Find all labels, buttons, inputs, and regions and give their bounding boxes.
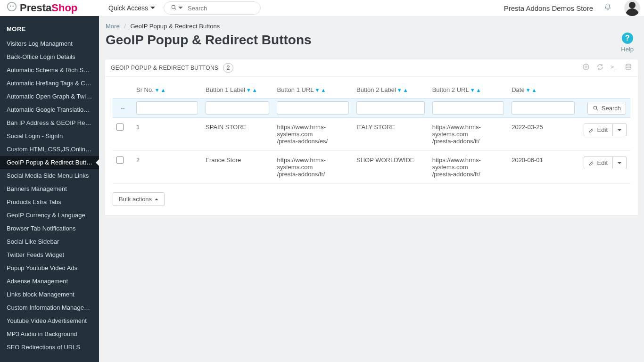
sidebar-item[interactable]: Banners Management bbox=[0, 182, 99, 196]
sidebar-item[interactable]: Social Like Sidebar bbox=[0, 235, 99, 248]
col-btn1-label[interactable]: Button 1 Label bbox=[206, 86, 245, 93]
logo[interactable]: PrestaShop bbox=[0, 0, 99, 16]
breadcrumb-current: GeoIP Popup & Redirect Buttons bbox=[131, 23, 220, 30]
sort-desc-icon[interactable]: ▼ bbox=[470, 87, 475, 93]
table-row[interactable]: 2France Storehttps://www.hrms-systems.co… bbox=[113, 151, 630, 184]
bulk-actions-label: Bulk actions bbox=[119, 196, 152, 203]
sidebar-item[interactable]: GeoIP Currency & Language bbox=[0, 209, 99, 222]
chevron-down-icon bbox=[178, 7, 183, 11]
cell-btn2-url: https://www.hrms-systems.com/presta-addo… bbox=[429, 118, 508, 151]
svg-point-0 bbox=[8, 2, 16, 11]
filter-btn1-label[interactable] bbox=[206, 101, 269, 115]
row-checkbox[interactable] bbox=[116, 156, 124, 164]
logo-icon bbox=[7, 1, 17, 15]
quick-access-menu[interactable]: Quick Access bbox=[108, 4, 155, 12]
cell-date: 2020-06-01 bbox=[508, 151, 578, 184]
filter-date[interactable] bbox=[512, 101, 575, 115]
breadcrumb: More / GeoIP Popup & Redirect Buttons bbox=[105, 16, 638, 33]
sidebar-item[interactable]: GeoIP Popup & Redirect Buttons bbox=[0, 156, 99, 169]
cell-date: 2022-03-25 bbox=[508, 118, 578, 151]
sort-asc-icon[interactable]: ▲ bbox=[403, 87, 408, 93]
edit-button[interactable]: Edit bbox=[584, 123, 613, 136]
add-icon[interactable] bbox=[582, 63, 590, 73]
sidebar-item[interactable]: Automatic Open Graph & Twitt... bbox=[0, 90, 99, 103]
filter-btn1-url[interactable] bbox=[277, 101, 349, 115]
col-btn2-label[interactable]: Button 2 Label bbox=[356, 86, 396, 93]
chevron-down-icon bbox=[618, 162, 621, 166]
sort-asc-icon[interactable]: ▲ bbox=[161, 87, 166, 93]
col-sr-no[interactable]: Sr No. bbox=[136, 86, 154, 93]
sidebar-item[interactable]: Twitter Feeds Widget bbox=[0, 248, 99, 262]
svg-point-9 bbox=[594, 106, 597, 109]
edit-button[interactable]: Edit bbox=[584, 156, 613, 169]
store-name-link[interactable]: Presta Addons Demos Store bbox=[504, 4, 593, 12]
sidebar-item[interactable]: Visitors Log Managment bbox=[0, 37, 99, 50]
avatar[interactable] bbox=[624, 0, 640, 16]
sidebar-item[interactable]: MP3 Audio in Background bbox=[0, 328, 99, 341]
sort-asc-icon[interactable]: ▲ bbox=[532, 87, 537, 93]
sidebar-item[interactable]: Social Media Side Menu Links bbox=[0, 169, 99, 182]
sidebar: MORE Visitors Log ManagmentBack-Office L… bbox=[0, 16, 99, 362]
refresh-icon[interactable] bbox=[596, 63, 604, 73]
sidebar-item[interactable]: Automatic Schema & Rich Snip... bbox=[0, 64, 99, 77]
export-icon[interactable] bbox=[625, 63, 632, 73]
help-label: Help bbox=[621, 46, 634, 53]
page-title: GeoIP Popup & Redirect Buttons bbox=[105, 33, 313, 59]
panel-heading: GEOIP POPUP & REDIRECT BUTTONS 2 >_ bbox=[105, 59, 638, 77]
cell-btn2-label: ITALY STORE bbox=[353, 118, 429, 151]
search-button-label: Search bbox=[602, 105, 621, 112]
sidebar-item[interactable]: Custom Information Managem... bbox=[0, 301, 99, 314]
search-button[interactable]: Search bbox=[587, 102, 626, 115]
filter-btn2-url[interactable] bbox=[432, 101, 504, 115]
filter-sr-no[interactable] bbox=[136, 101, 198, 115]
svg-point-8 bbox=[626, 64, 631, 66]
sidebar-item[interactable]: Automatic Hreflang Tags & Can... bbox=[0, 77, 99, 90]
sort-desc-icon[interactable]: ▼ bbox=[397, 87, 402, 93]
filter-dash: -- bbox=[113, 98, 132, 118]
sidebar-item[interactable]: Browser Tab Notifications bbox=[0, 222, 99, 235]
sql-icon[interactable]: >_ bbox=[611, 63, 618, 73]
svg-point-3 bbox=[172, 5, 175, 8]
bulk-actions-button[interactable]: Bulk actions bbox=[113, 192, 165, 206]
edit-dropdown[interactable] bbox=[613, 156, 627, 169]
row-checkbox[interactable] bbox=[116, 123, 124, 131]
sort-desc-icon[interactable]: ▼ bbox=[315, 87, 320, 93]
sidebar-item[interactable]: Links block Management bbox=[0, 288, 99, 301]
sidebar-item[interactable]: Ban IP Address & GEOIP Redirect bbox=[0, 116, 99, 130]
listing-panel: GEOIP POPUP & REDIRECT BUTTONS 2 >_ Sr N… bbox=[105, 59, 638, 216]
notifications-icon[interactable] bbox=[603, 3, 612, 14]
sidebar-item[interactable]: SEO Redirections of URLS bbox=[0, 341, 99, 354]
sidebar-heading: MORE bbox=[0, 16, 99, 37]
sidebar-item[interactable]: Custom HTML,CSS,JS,Online Ch... bbox=[0, 143, 99, 156]
cell-sr: 2 bbox=[132, 151, 202, 184]
search-box[interactable] bbox=[164, 1, 261, 15]
help-button[interactable]: ? Help bbox=[621, 33, 634, 53]
sidebar-item[interactable]: Products Extra Tabs bbox=[0, 196, 99, 209]
search-input[interactable] bbox=[188, 5, 254, 12]
sort-asc-icon[interactable]: ▲ bbox=[252, 87, 257, 93]
breadcrumb-root[interactable]: More bbox=[106, 23, 120, 30]
sidebar-item[interactable]: Automatic Google Translation ... bbox=[0, 103, 99, 116]
cell-btn1-url: https://www.hrms-systems.com/presta-addo… bbox=[273, 118, 353, 151]
sidebar-item[interactable]: Adsense Management bbox=[0, 275, 99, 288]
cell-btn2-url: https://www.hrms-systems.com/presta-addo… bbox=[429, 151, 508, 184]
sidebar-item[interactable]: Popup Youtube Video Ads bbox=[0, 262, 99, 275]
col-date[interactable]: Date bbox=[512, 86, 524, 93]
sidebar-item[interactable]: Youtube Video Advertisement bbox=[0, 314, 99, 328]
table-row[interactable]: 1SPAIN STOREhttps://www.hrms-systems.com… bbox=[113, 118, 630, 151]
sidebar-item[interactable]: Back-Office Login Details bbox=[0, 50, 99, 64]
sort-desc-icon[interactable]: ▼ bbox=[246, 87, 251, 93]
sort-desc-icon[interactable]: ▼ bbox=[155, 87, 160, 93]
cell-btn2-label: SHOP WORLDWIDE bbox=[353, 151, 429, 184]
panel-title: GEOIP POPUP & REDIRECT BUTTONS bbox=[111, 65, 218, 71]
col-btn1-url[interactable]: Button 1 URL bbox=[277, 86, 314, 93]
filter-btn2-label[interactable] bbox=[356, 101, 425, 115]
search-icon bbox=[171, 4, 177, 12]
sort-asc-icon[interactable]: ▲ bbox=[476, 87, 481, 93]
sidebar-item[interactable]: Social Login - SignIn bbox=[0, 130, 99, 143]
sort-desc-icon[interactable]: ▼ bbox=[526, 87, 531, 93]
sort-asc-icon[interactable]: ▲ bbox=[321, 87, 326, 93]
cell-btn1-url: https://www.hrms-systems.com/presta-addo… bbox=[273, 151, 353, 184]
edit-dropdown[interactable] bbox=[613, 123, 627, 136]
col-btn2-url[interactable]: Button 2 URL bbox=[432, 86, 469, 93]
